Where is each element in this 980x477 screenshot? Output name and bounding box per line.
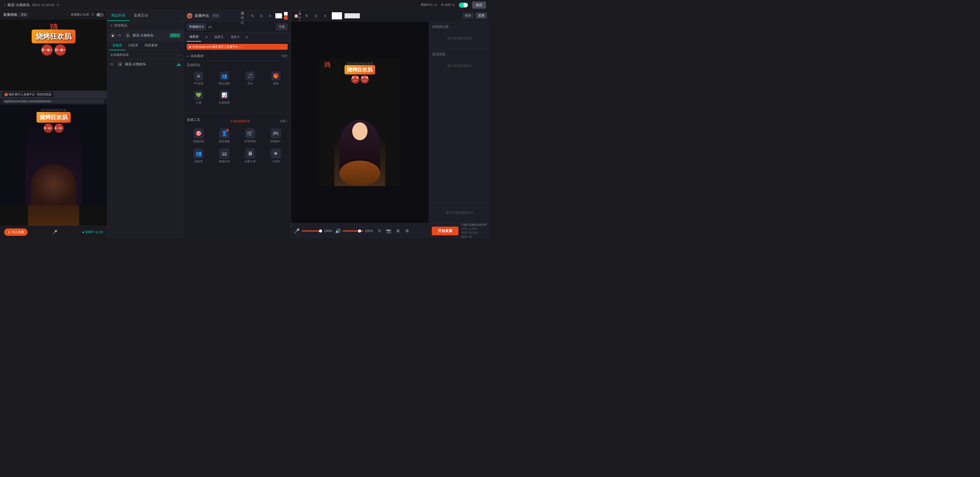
interaction-audience[interactable]: 👥 观众连线	[213, 70, 236, 87]
ratio-badge[interactable]: 竖板	[19, 12, 29, 17]
screen-icon[interactable]: 🖥	[394, 227, 401, 235]
color-bar-right	[345, 13, 360, 18]
companion-name: 直播伴侣	[194, 14, 209, 18]
virtual-avatar-label: 虚拟形象	[219, 139, 230, 143]
color-swatches	[284, 12, 288, 20]
browser-tab[interactable]: 曦灵·数字人直播平台 - 联想浏览器	[2, 92, 54, 97]
interaction-wish[interactable]: 💚 心愿	[187, 89, 210, 106]
browser-tab-title: 曦灵·数字人直播平台 - 联想浏览器	[9, 92, 51, 97]
speaker-slider-thumb	[358, 230, 361, 233]
color-block-right[interactable]	[332, 12, 342, 19]
start-live-button[interactable]: 开始直播	[432, 227, 458, 235]
fullscreen-info-icon[interactable]: ⓘ	[91, 13, 94, 17]
speaker-volume-slider[interactable]	[343, 230, 363, 231]
ai-water-button[interactable]: AI 水印 ⑦	[441, 3, 455, 7]
refresh-icon[interactable]: ↻	[249, 13, 256, 19]
browser-url-input[interactable]	[2, 99, 105, 103]
product-play-button[interactable]: ▶	[110, 33, 116, 38]
audio-name: 探店-火热街头	[125, 62, 175, 67]
export-button[interactable]: 导播	[276, 24, 288, 30]
companion-platform: ·抖音	[211, 13, 220, 18]
settings-icon-bottom[interactable]: ⚙	[404, 227, 410, 235]
audio-pause-button[interactable]: ⏸	[118, 62, 123, 67]
interaction-gift-vote[interactable]: 📊 礼物投票	[213, 89, 236, 106]
save-button[interactable]: 保存	[472, 2, 486, 9]
sub-tab-audio[interactable]: 音频库	[109, 41, 125, 50]
tab-product-list[interactable]: 商品列表	[107, 10, 130, 21]
view-all-button[interactable]: 全部 ›	[280, 119, 288, 124]
camera-icon[interactable]: 📷	[385, 227, 392, 235]
stop-live-button[interactable]: ⏸ 停止直播	[4, 228, 27, 236]
interaction-lucky-bag[interactable]: 🎁 福袋	[264, 70, 288, 87]
tool-mini-program[interactable]: ✳ 小程序	[264, 147, 288, 165]
fullscreen-toggle[interactable]	[96, 13, 104, 17]
tools-new-label: ● 粉丝团更新至	[231, 119, 250, 123]
mini-program-label: 小程序	[272, 160, 280, 163]
tool-live-settings[interactable]: 🎯 直播设置	[187, 127, 210, 145]
scene-tab-6[interactable]: 场景六	[228, 33, 242, 41]
tab-portrait[interactable]: 竖屏	[476, 13, 487, 19]
viewers-title: 在线观众榜	[432, 24, 487, 29]
add-from-library-btn[interactable]: 从音频库添加	[110, 53, 129, 57]
live-elapsed: 02:29	[95, 230, 103, 234]
scene-add-button[interactable]: +	[245, 35, 248, 40]
mic-volume-pct: 100%	[324, 229, 332, 233]
back-button[interactable]: ‹	[4, 3, 5, 7]
sub-tab-qa[interactable]: 问答库	[125, 41, 142, 50]
settings-icon[interactable]: ⊙	[258, 13, 265, 19]
right-circle-2: 买一送一	[361, 75, 369, 83]
tool-douyin-ecommerce[interactable]: 🛒 抖音电商	[239, 127, 262, 145]
mic-icon[interactable]: 🎤	[294, 228, 300, 234]
menu-icon[interactable]: ≡	[267, 13, 273, 19]
add-material-button[interactable]: + 添加素材	[187, 54, 204, 59]
refresh-btn-right[interactable]: ↻	[303, 12, 310, 19]
top-bar-left: ‹ 探店-火热街头 08/11 21:33:02 ✎	[4, 3, 59, 7]
interaction-grid: ⚔ PK连线 👥 观众连线 🎵 音乐 🎁 福袋 💚 心愿	[187, 70, 288, 106]
scene-tab-5[interactable]: 场景五	[212, 33, 226, 41]
right-bbq-sign: 鸡	[324, 61, 330, 69]
refresh-icon-bottom[interactable]: ↻	[376, 227, 383, 235]
mic-volume-slider[interactable]	[302, 230, 322, 231]
tool-game-promote[interactable]: 🎮 游戏推广	[264, 127, 288, 145]
menu-btn-right[interactable]: ≡	[321, 12, 329, 19]
sub-tab-material[interactable]: 画面素材	[142, 41, 161, 50]
add-product-button[interactable]: + 添加商品	[107, 21, 183, 30]
tool-green-screen[interactable]: 🖥 绿幕大屏	[239, 147, 262, 165]
browser-tab-bar: 曦灵·数字人直播平台 - 联想浏览器	[0, 91, 107, 98]
bbq-circle-2: 买一送一	[55, 44, 66, 55]
edit-title-icon[interactable]: ✎	[56, 3, 59, 7]
live-preview-title: 直播画面 竖板	[3, 12, 29, 17]
tab-landscape[interactable]: 横屏	[463, 13, 474, 19]
bbq-banner: 烧烤狂欢肌 买一送一 买一送一	[25, 30, 82, 55]
scene-tab-4[interactable]: 场景四	[187, 33, 201, 41]
color-picker-white[interactable]	[275, 13, 282, 18]
main-center-btn-right[interactable]: 🏠 主播中心	[294, 12, 301, 19]
help-button[interactable]: 帮助中心 ⑦	[421, 3, 437, 7]
tool-manager[interactable]: 👥 营谋页	[187, 147, 210, 165]
tool-virtual-avatar[interactable]: 👤 虚拟形象	[213, 127, 236, 145]
tab-live-interaction[interactable]: 直播互动	[130, 10, 152, 21]
live-tools-section: 直播工具 ● 粉丝团更新至 全部 › 🎯 直播设置 👤 虚拟形象 🛒	[184, 116, 291, 165]
swatch-white[interactable]	[284, 12, 288, 16]
anchor-center-icon: 🏠	[294, 14, 298, 18]
comments-section: 展示本场直播的评论	[429, 203, 490, 223]
ai-water-toggle[interactable]	[459, 3, 468, 8]
interaction-pk[interactable]: ⚔ PK连线	[187, 70, 210, 87]
product-name: 探店-火热街头	[133, 33, 168, 38]
wish-icon: 💚	[194, 90, 203, 100]
settings-btn-right[interactable]: ⊙	[312, 12, 320, 19]
source-name: SLBrowser.exe 曦灵·数字人直播平台 - ...	[192, 45, 285, 49]
audio-item: 01 ⏸ 探店-火热街头	[107, 59, 183, 69]
dots-menu-button[interactable]: ···	[177, 52, 180, 57]
product-pause-button[interactable]: ⏸	[125, 33, 130, 38]
scene-tab-dropdown[interactable]: ▾	[203, 33, 210, 41]
right-ai-watermark: 部分内容由AI技术生成	[347, 62, 372, 65]
swatch-orange[interactable]	[284, 16, 288, 20]
interaction-music[interactable]: 🎵 音乐	[239, 70, 262, 87]
speaker-icon[interactable]: 🔊	[335, 228, 341, 234]
clear-button[interactable]: 清空	[282, 54, 288, 59]
tool-star-tasks[interactable]: 🗂 星图任务	[213, 147, 236, 165]
live-timer: 直播中 02:29	[83, 230, 103, 234]
top-bar-right: 帮助中心 ⑦ AI 水印 ⑦ 保存	[421, 2, 486, 9]
mode-selector[interactable]: 常规模式 ▾	[187, 24, 206, 30]
